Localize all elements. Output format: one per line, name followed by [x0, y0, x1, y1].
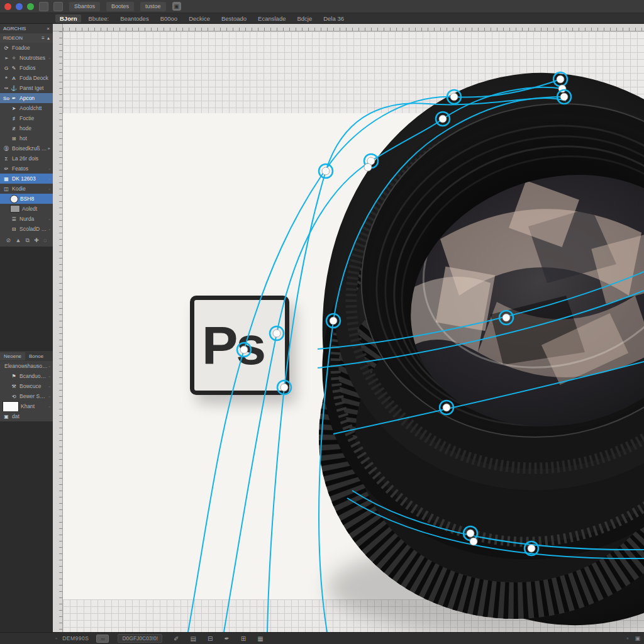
statusbar: ◦ DEM990S ▭ D0GFJ0C03!0! ✐▤⊟✒⊞▦ ▫▣	[0, 632, 644, 644]
lower-panel-tabs: NeoeneBonoe	[0, 351, 53, 361]
sidebar-item-la-26r-dois[interactable]: ΣLa 26r dois	[0, 153, 53, 164]
horizontal-ruler[interactable]	[63, 24, 644, 31]
ruler-corner	[53, 24, 63, 31]
statusbar-tool-icon[interactable]: ✐	[174, 635, 179, 642]
sidebar-item-noutrotses[interactable]: ➢✧Noutrotses◦	[0, 53, 53, 63]
tool-icon: ⊟	[10, 226, 18, 232]
lower-item-icon: ▣	[3, 414, 10, 419]
lower-panel-item-eleanowshausonat[interactable]: Eleanowshausonat◦	[0, 361, 53, 371]
sidebar-item-scoladd-iso[interactable]: ⊟ScoladD iso◦	[0, 224, 53, 234]
menu-item[interactable]: Ecanslade	[253, 14, 290, 23]
lower-panel-tab[interactable]: Neoene	[0, 352, 25, 360]
statusbar-tool-icon[interactable]: ⊟	[208, 635, 213, 642]
window-tab[interactable]: Bootes	[106, 2, 134, 11]
subpanel-icons[interactable]: ≡▴	[39, 35, 50, 41]
lower-item-label: Eleanowshausonat	[3, 363, 48, 369]
subpanel-icon[interactable]: ▴	[47, 35, 50, 41]
menu-item[interactable]: B00oo	[156, 14, 182, 23]
sidebar-item-apcon[interactable]: So✒Apcon	[0, 93, 53, 103]
tool-label: Apcon	[18, 95, 50, 101]
statusbar-tool-icon[interactable]: ✒	[224, 635, 229, 642]
window-grid-button[interactable]	[53, 2, 63, 11]
statusbar-right-icon[interactable]: ▣	[635, 635, 640, 641]
sidebar-item-aooldchtt[interactable]: ➤Aooldchtt	[0, 103, 53, 113]
panel-footer-icon[interactable]: ◌	[43, 237, 47, 243]
subpanel-icon[interactable]: ≡	[42, 35, 45, 41]
left-sidebar: ◂ AGRCHIS × RIDEON ≡▴ ⟳Foadoe➢✧Noutrotse…	[0, 24, 53, 632]
panel-footer-icon[interactable]: ⊘	[6, 237, 11, 243]
menu-item[interactable]: Dela 36	[319, 14, 348, 23]
tool-label: Foctie	[18, 115, 50, 121]
tool-icon: ⌖	[3, 75, 10, 81]
statusbar-tool-icon[interactable]: ▤	[191, 635, 196, 642]
close-panel-icon[interactable]: ×	[47, 26, 50, 31]
sidebar-item-foda-deock[interactable]: ⌖AFoda Deock	[0, 73, 53, 83]
document-info[interactable]: D0GFJ0C03!0!	[118, 634, 162, 643]
tool-badge-icon: ◦	[48, 187, 50, 191]
tools-subpanel-title: RIDEON	[3, 35, 23, 41]
lower-item-label: dat	[10, 413, 50, 419]
statusbar-right-icon[interactable]: ▫	[626, 635, 628, 641]
window-tab[interactable]: Sbantos	[69, 2, 100, 11]
statusbar-tool-icon[interactable]: ▦	[257, 635, 263, 642]
sidebar-item-bsh8[interactable]: BSH8	[0, 194, 53, 204]
sidebar-item-nurda[interactable]: ☰Nurda◦	[0, 214, 53, 224]
menu-item[interactable]: BJorn	[55, 14, 81, 23]
panel-footer-icon[interactable]: ⧉	[26, 237, 30, 244]
sidebar-item-kodie[interactable]: ◫Kodie◦	[0, 184, 53, 194]
tool-icon: ✑	[3, 86, 10, 91]
screen-mode-button[interactable]: ▭	[96, 635, 109, 643]
close-window-button[interactable]	[4, 3, 11, 10]
color-swatch[interactable]	[3, 401, 19, 411]
new-tab-icon[interactable]: ▣	[172, 2, 181, 11]
menu-item[interactable]: Bbutee:	[84, 14, 113, 23]
lower-item-icon: ⚑	[10, 374, 18, 379]
lower-panel-item-bewer-sonsdie[interactable]: ⟲Bewer Sonsdie◦	[0, 391, 53, 401]
tool-thumbnail-circle	[10, 195, 18, 203]
statusbar-tool-icon[interactable]: ⊞	[241, 635, 246, 642]
ps-logo-card[interactable]: Ps	[190, 296, 289, 395]
minimize-window-button[interactable]	[16, 3, 23, 10]
tools-panel-header: AGRCHIS ×	[0, 24, 53, 33]
tool-label: Kodie	[10, 186, 48, 192]
sidebar-item-boisedkzu-760[interactable]: ⒷBoisedkzuß 760▸	[0, 143, 53, 153]
app-window: SbantosBootestustoe ▣ BJornBbutee:Beanto…	[0, 0, 644, 644]
lower-panel-item-bowcuce[interactable]: ⚒Bowcuce◦	[0, 381, 53, 391]
sidebar-item-hot[interactable]: ⊞hot	[0, 133, 53, 143]
tool-icon-secondary: ✎	[10, 65, 18, 71]
menu-item[interactable]: Bdcje	[292, 14, 316, 23]
zoom-window-button[interactable]	[27, 3, 34, 10]
lower-panel-item-dat[interactable]: ▣dat	[0, 411, 53, 421]
sidebar-item-foctie[interactable]: ♯Foctie	[0, 113, 53, 123]
lower-item-label: Bowcuce	[18, 383, 48, 389]
lower-item-badge-icon: ◦	[48, 374, 50, 379]
sidebar-item-dk-12603[interactable]: ▦DK 12603◦	[0, 174, 53, 184]
sidebar-item-panst-iget[interactable]: ✑⚓Panst Iget	[0, 83, 53, 93]
menu-item[interactable]: Bestoado	[217, 14, 251, 23]
lower-panel-tab[interactable]: Bonoe	[25, 352, 47, 360]
lower-item-label: Bcanduonos	[18, 373, 48, 379]
sidebar-item-aoledt[interactable]: Aoledt	[0, 204, 53, 214]
panel-footer-icon[interactable]: ✚	[34, 237, 39, 243]
tool-label: hot	[18, 135, 50, 142]
tool-label: Aooldchtt	[18, 105, 50, 111]
sidebar-item-featos[interactable]: ✏Featos◦	[0, 164, 53, 174]
sidebar-item-hode[interactable]: Ƶhode	[0, 123, 53, 133]
sidebar-item-fodios[interactable]: G✎Fodios	[0, 63, 53, 73]
document-canvas[interactable]	[63, 31, 644, 632]
menu-item[interactable]: Beantodes	[116, 14, 153, 23]
window-tool-button[interactable]	[39, 2, 48, 11]
lower-panel-item-bcanduonos[interactable]: ⚑Bcanduonos◦	[0, 371, 53, 381]
window-tab[interactable]: tustoe	[140, 2, 166, 11]
vertical-ruler[interactable]	[53, 31, 63, 632]
panel-footer-icon[interactable]: ▲	[15, 237, 21, 243]
menu-item[interactable]: Deckice	[184, 14, 214, 23]
sidebar-item-foadoe[interactable]: ⟳Foadoe	[0, 43, 53, 53]
lower-panel-item-khant[interactable]: Khant◦	[0, 401, 53, 411]
zoom-level-label[interactable]: DEM990S	[62, 635, 89, 641]
lower-item-badge-icon: ◦	[48, 364, 50, 369]
lower-item-badge-icon: ◦	[48, 394, 50, 399]
tool-label: Fodios	[18, 65, 50, 71]
tools-panel-title: AGRCHIS	[3, 26, 26, 31]
tool-icon: ♯	[10, 116, 18, 121]
